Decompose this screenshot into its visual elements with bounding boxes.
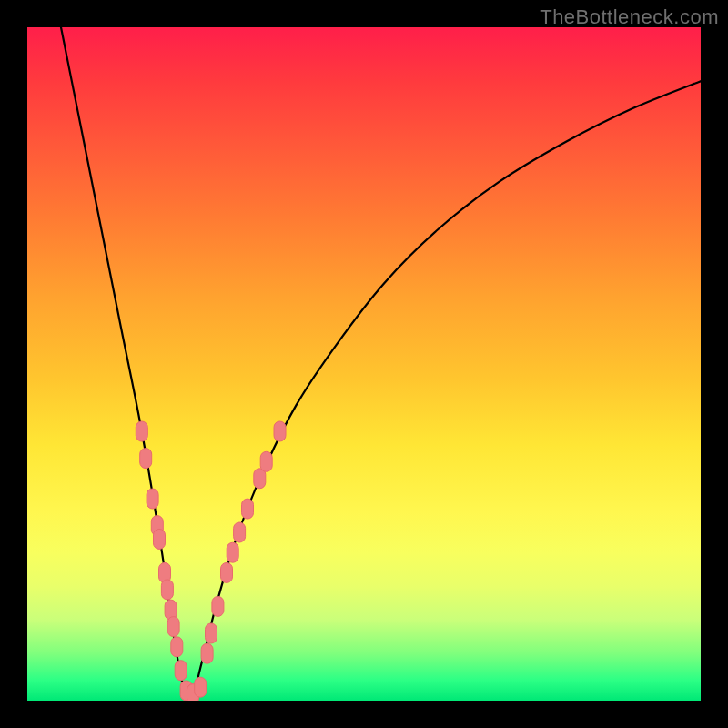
chart-frame: TheBottleneck.com xyxy=(0,0,728,728)
data-marker xyxy=(221,562,233,582)
plot-area xyxy=(27,27,701,701)
data-marker xyxy=(171,637,183,657)
data-marker xyxy=(161,580,173,600)
data-marker xyxy=(201,643,213,663)
data-marker xyxy=(274,421,286,441)
data-marker xyxy=(234,522,246,542)
data-marker xyxy=(195,677,207,697)
data-marker xyxy=(206,623,217,643)
data-marker xyxy=(167,617,179,637)
data-marker xyxy=(147,489,158,509)
data-marker xyxy=(227,542,238,562)
data-marker xyxy=(242,499,254,519)
watermark-text: TheBottleneck.com xyxy=(540,5,719,29)
bottleneck-curve xyxy=(61,27,701,701)
marker-group xyxy=(136,421,286,701)
data-marker xyxy=(154,529,166,549)
data-marker xyxy=(175,661,187,681)
data-marker xyxy=(140,449,152,469)
data-marker xyxy=(260,451,272,471)
curve-layer xyxy=(27,27,701,701)
data-marker xyxy=(136,421,147,441)
data-marker xyxy=(212,596,224,616)
